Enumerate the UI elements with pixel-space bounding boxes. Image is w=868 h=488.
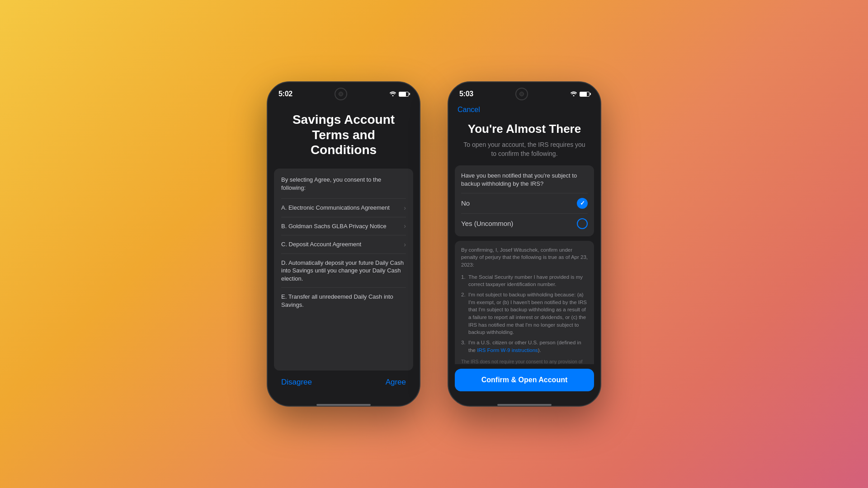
confirm-item-1: The Social Security number I have provid… <box>461 273 588 288</box>
terms-title: Savings Account Terms and Conditions <box>268 103 420 169</box>
phone-1: 5:02 Savings Account Terms and Condition… <box>267 81 420 407</box>
question-card: Have you been notified that you're subje… <box>455 165 594 236</box>
camera-dot-2 <box>519 92 524 96</box>
terms-item-b[interactable]: B. Goldman Sachs GLBA Privacy Notice › <box>281 217 406 235</box>
question-text: Have you been notified that you're subje… <box>461 172 588 188</box>
chevron-icon-b: › <box>404 222 406 230</box>
almost-title: You're Almost There <box>448 117 600 141</box>
camera-notch-2 <box>515 88 528 100</box>
battery-icon-2 <box>580 92 590 97</box>
cancel-button[interactable]: Cancel <box>448 103 600 117</box>
terms-screen: Savings Account Terms and Conditions By … <box>268 103 420 391</box>
almost-content: Have you been notified that you're subje… <box>448 165 600 364</box>
confirm-intro: By confirming, I, Josef Wituschek, confi… <box>461 246 588 269</box>
camera-dot-1 <box>339 92 343 96</box>
radio-no-selected <box>577 198 588 209</box>
status-icons-1 <box>389 91 409 98</box>
radio-yes-label: Yes (Uncommon) <box>461 220 513 227</box>
terms-item-d: D. Automatically deposit your future Dai… <box>281 253 406 288</box>
confirm-btn-container: Confirm & Open Account <box>448 364 600 391</box>
confirmation-card: By confirming, I, Josef Wituschek, confi… <box>455 241 594 364</box>
time-1: 5:02 <box>278 90 292 98</box>
irs-form-link[interactable]: IRS Form W-9 instructions <box>477 347 538 353</box>
terms-item-e-label: E. Transfer all unredeemed Daily Cash in… <box>281 293 406 309</box>
terms-item-c-label: C. Deposit Account Agreement <box>281 240 404 249</box>
confirm-open-account-button[interactable]: Confirm & Open Account <box>455 369 594 391</box>
status-bar-2: 5:03 <box>448 82 600 103</box>
terms-item-c[interactable]: C. Deposit Account Agreement › <box>281 235 406 253</box>
status-icons-2 <box>570 90 590 98</box>
almost-screen: Cancel You're Almost There To open your … <box>448 103 600 391</box>
radio-option-no[interactable]: No <box>461 193 588 213</box>
chevron-icon-a: › <box>404 204 406 211</box>
terms-box: By selecting Agree, you consent to the f… <box>274 169 413 371</box>
confirm-list: The Social Security number I have provid… <box>461 273 588 354</box>
chevron-icon-c: › <box>404 241 406 248</box>
camera-notch-1 <box>335 88 347 100</box>
wifi-icon-1 <box>389 91 396 98</box>
terms-item-a-label: A. Electronic Communications Agreement <box>281 204 404 212</box>
terms-item-b-label: B. Goldman Sachs GLBA Privacy Notice <box>281 222 404 230</box>
agree-button[interactable]: Agree <box>386 378 406 387</box>
terms-intro: By selecting Agree, you consent to the f… <box>281 176 406 192</box>
almost-subtitle: To open your account, the IRS requires y… <box>448 141 600 165</box>
confirm-item-3: I'm a U.S. citizen or other U.S. person … <box>461 339 588 354</box>
phone-2: 5:03 Cancel You're Almost There To open … <box>448 81 601 407</box>
home-bar-2 <box>497 404 552 406</box>
status-bar-1: 5:02 <box>268 82 420 103</box>
home-bar-1 <box>316 404 371 406</box>
wifi-icon-2 <box>570 90 577 98</box>
confirm-item-2: I'm not subject to backup withholding be… <box>461 291 588 336</box>
radio-yes-unselected <box>577 218 588 229</box>
phone-1-content: Savings Account Terms and Conditions By … <box>268 103 420 400</box>
radio-no-label: No <box>461 199 470 207</box>
terms-item-d-label: D. Automatically deposit your future Dai… <box>281 259 406 283</box>
disagree-button[interactable]: Disagree <box>281 378 312 387</box>
time-2: 5:03 <box>459 90 473 98</box>
phone-2-content: Cancel You're Almost There To open your … <box>448 103 600 400</box>
terms-footer: Disagree Agree <box>268 371 420 387</box>
terms-item-e: E. Transfer all unredeemed Daily Cash in… <box>281 287 406 314</box>
radio-option-yes[interactable]: Yes (Uncommon) <box>461 213 588 234</box>
battery-icon-1 <box>399 92 409 97</box>
irs-disclaimer: The IRS does not require your consent to… <box>461 358 588 364</box>
terms-item-a[interactable]: A. Electronic Communications Agreement › <box>281 198 406 217</box>
